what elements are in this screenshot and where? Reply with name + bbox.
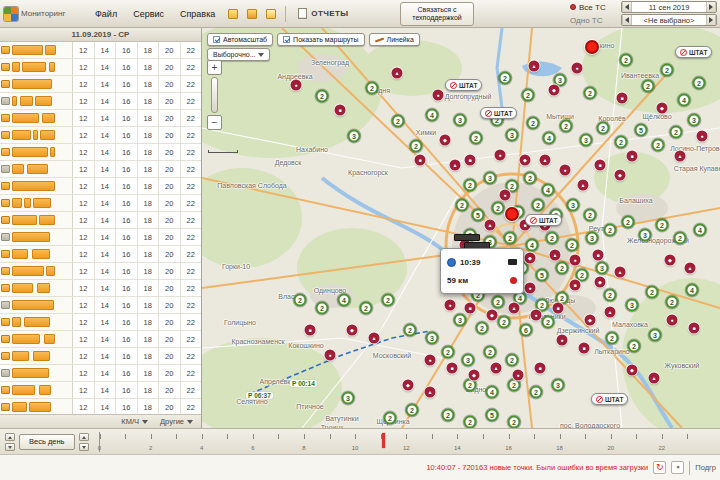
vehicle-marker[interactable]: ■	[579, 343, 590, 354]
reports-button[interactable]: ОТЧЕТЫ	[291, 5, 355, 22]
cluster-marker[interactable]: 2	[499, 72, 512, 85]
cluster-marker[interactable]: 2	[527, 117, 540, 130]
cluster-marker[interactable]: 3	[454, 314, 467, 327]
vehicle-marker[interactable]: ◆	[665, 255, 676, 266]
cluster-marker[interactable]: 4	[543, 132, 556, 145]
vehicle-marker[interactable]: ▲	[509, 303, 520, 314]
cluster-marker[interactable]: 2	[666, 296, 679, 309]
cluster-marker[interactable]: 2	[566, 239, 579, 252]
cluster-marker[interactable]: 2	[606, 332, 619, 345]
window-icon-button[interactable]	[262, 5, 279, 22]
vehicle-marker[interactable]: ◆	[585, 315, 596, 326]
status-callout[interactable]: ШТАТ	[591, 393, 628, 405]
vehicle-marker[interactable]: ◆	[440, 135, 451, 146]
vehicle-marker[interactable]: ◆	[347, 325, 358, 336]
table-row[interactable]: 121416182022	[0, 246, 201, 263]
cluster-marker[interactable]: 5	[536, 269, 549, 282]
cluster-marker[interactable]: 2	[597, 122, 610, 135]
table-row[interactable]: 121416182022	[0, 178, 201, 195]
vehicle-marker[interactable]: ▲	[485, 220, 496, 231]
cluster-marker[interactable]: 2	[604, 224, 617, 237]
vehicle-marker[interactable]: ▲	[529, 61, 540, 72]
menu-file[interactable]: Файл	[87, 6, 125, 22]
cluster-marker[interactable]: 4	[694, 224, 707, 237]
table-row[interactable]: 121416182022	[0, 76, 201, 93]
cluster-marker[interactable]: 2	[294, 294, 307, 307]
cluster-marker[interactable]: 4	[338, 294, 351, 307]
vehicle-marker[interactable]: ◆	[657, 103, 668, 114]
prev-day-button[interactable]	[622, 2, 632, 12]
cluster-marker[interactable]: 2	[656, 219, 669, 232]
vehicle-marker[interactable]: ●	[445, 300, 456, 311]
status-callout[interactable]: ШТАТ	[675, 46, 712, 58]
cluster-marker[interactable]: 3	[426, 332, 439, 345]
cluster-marker[interactable]: 2	[484, 346, 497, 359]
vehicle-marker[interactable]: ◆	[627, 365, 638, 376]
cluster-marker[interactable]: 4	[686, 284, 699, 297]
cluster-marker[interactable]: 2	[442, 346, 455, 359]
cluster-marker[interactable]: 2	[615, 136, 628, 149]
cluster-marker[interactable]: 5	[635, 124, 648, 137]
vehicle-marker[interactable]: ▲	[392, 68, 403, 79]
cluster-marker[interactable]: 2	[384, 412, 397, 425]
zoom-out-button[interactable]: −	[207, 115, 222, 130]
cluster-marker[interactable]: 2	[406, 404, 419, 417]
cluster-marker[interactable]: 3	[626, 299, 639, 312]
cluster-marker[interactable]: 2	[442, 409, 455, 422]
cluster-marker[interactable]: 2	[382, 294, 395, 307]
vehicle-marker[interactable]: ▲	[450, 160, 461, 171]
vehicle-marker[interactable]: ●	[560, 165, 571, 176]
vehicle-marker[interactable]: ●	[425, 355, 436, 366]
cluster-marker[interactable]: 2	[542, 316, 555, 329]
vehicle-marker[interactable]: ■	[553, 303, 564, 314]
cluster-marker[interactable]: 2	[622, 216, 635, 229]
vehicle-marker[interactable]: ■	[689, 323, 700, 334]
cluster-marker[interactable]: 6	[520, 324, 533, 337]
map-canvas[interactable]: ЗеленоградАндреевкаСходняХимкиДолгопрудн…	[202, 28, 720, 428]
pause-loading-icon[interactable]: ▪	[671, 461, 684, 474]
vehicle-marker[interactable]: ●	[557, 335, 568, 346]
vehicle-marker[interactable]: ▲	[550, 250, 561, 261]
table-row[interactable]: 121416182022	[0, 348, 201, 365]
menu-service[interactable]: Сервис	[125, 6, 172, 22]
cluster-marker[interactable]: 2	[464, 416, 477, 429]
table-row[interactable]: 121416182022	[0, 212, 201, 229]
vehicle-marker[interactable]: ●	[513, 370, 524, 381]
zoom-slider[interactable]	[211, 77, 218, 113]
vehicle-marker[interactable]: ●	[531, 310, 542, 321]
vehicle-marker[interactable]: ●	[291, 80, 302, 91]
vehicle-marker[interactable]: ■	[465, 155, 476, 166]
cluster-marker[interactable]: 2	[604, 289, 617, 302]
vehicle-marker[interactable]: ◆	[403, 380, 414, 391]
vehicle-marker[interactable]: ●	[570, 255, 581, 266]
cluster-marker[interactable]: 2	[316, 90, 329, 103]
cluster-marker[interactable]: 4	[426, 109, 439, 122]
speed-dropdown[interactable]: КМ/Ч	[121, 417, 148, 426]
cluster-marker[interactable]: 2	[652, 139, 665, 152]
table-row[interactable]: 121416182022	[0, 314, 201, 331]
cluster-marker[interactable]: 3	[639, 229, 652, 242]
status-callout[interactable]: ШТАТ	[525, 214, 562, 226]
cluster-marker[interactable]: 2	[620, 54, 633, 67]
cluster-marker[interactable]: 2	[646, 286, 659, 299]
cluster-marker[interactable]: 3	[586, 232, 599, 245]
cluster-marker[interactable]: 2	[508, 416, 521, 429]
ruler-button[interactable]: Линейка	[369, 33, 420, 46]
cluster-marker[interactable]: 2	[492, 202, 505, 215]
table-row[interactable]: 121416182022	[0, 127, 201, 144]
vehicle-marker[interactable]: ▲	[649, 373, 660, 384]
vehicle-marker[interactable]: ▲	[685, 263, 696, 274]
status-callout[interactable]: ШТАТ	[445, 79, 482, 91]
next-day-button[interactable]	[706, 2, 716, 12]
vehicle-marker[interactable]: ◆	[595, 277, 606, 288]
range-end-stepper[interactable]	[79, 433, 89, 451]
vehicle-marker[interactable]: ▲	[540, 155, 551, 166]
cluster-marker[interactable]: 2	[498, 316, 511, 329]
cluster-marker[interactable]: 2	[674, 232, 687, 245]
step-down-icon[interactable]	[79, 443, 89, 451]
cluster-marker[interactable]: 3	[506, 129, 519, 142]
cluster-marker[interactable]: 3	[348, 130, 361, 143]
vehicle-marker[interactable]: ▲	[491, 363, 502, 374]
all-vehicles-mode[interactable]: Все ТС	[570, 3, 616, 12]
cluster-marker[interactable]: 3	[580, 134, 593, 147]
